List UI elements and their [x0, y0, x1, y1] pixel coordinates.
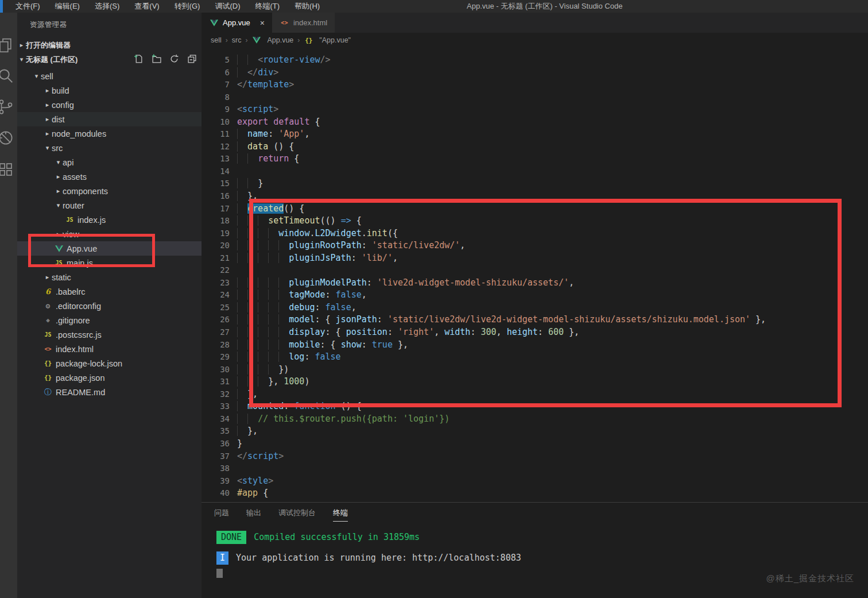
tree-item-components[interactable]: ▸components [17, 184, 202, 198]
breadcrumb[interactable]: sell›src›App.vue›{}"App.vue" [202, 33, 868, 48]
workspace-section[interactable]: ▾ 无标题 (工作区) [17, 52, 202, 67]
breadcrumb-item[interactable]: sell [211, 36, 222, 44]
line-number: 9 [202, 103, 230, 116]
tab-index-html[interactable]: <>index.html [272, 13, 335, 33]
panel-tab-bar: 问题输出调试控制台终端 [202, 503, 868, 522]
chevron-right-icon: ▸ [54, 173, 63, 180]
tree-item-build[interactable]: ▸build [17, 83, 202, 98]
code-line-5[interactable]: 5 <router-view/> [202, 54, 868, 67]
panel-tab-inactive[interactable]: 调试控制台 [278, 508, 316, 522]
tree-item-router[interactable]: ▾router [17, 198, 202, 213]
tab-app-vue[interactable]: App.vue× [202, 13, 272, 33]
tree-item-label: api [63, 158, 73, 167]
menu-item[interactable]: 调试(D) [207, 0, 247, 13]
terminal-badge-done: DONE [216, 531, 246, 544]
breadcrumb-item[interactable]: src [232, 36, 242, 44]
menu-item[interactable]: 帮助(H) [287, 0, 327, 13]
code-line-14[interactable]: 14 [202, 165, 868, 178]
open-editors-section[interactable]: ▸ 打开的编辑器 [17, 38, 202, 52]
menu-item[interactable]: 文件(F) [8, 0, 48, 13]
breadcrumb-item[interactable]: {}"App.vue" [304, 36, 351, 45]
breadcrumb-item-label: sell [211, 36, 222, 44]
source-control-icon[interactable] [0, 98, 14, 115]
code-line-40[interactable]: 40#app { [202, 487, 868, 500]
gear-file-icon: ⚙ [43, 302, 53, 311]
panel-tab-active[interactable]: 终端 [333, 508, 348, 522]
tree-item-.editorconfig[interactable]: ⚙.editorconfig [17, 299, 202, 313]
code-line-39[interactable]: 39<style> [202, 475, 868, 488]
code-line-36[interactable]: 36} [202, 438, 868, 450]
tree-item-package-lock.json[interactable]: {}package-lock.json [17, 356, 202, 371]
breadcrumb-item[interactable]: App.vue [251, 36, 293, 45]
breadcrumb-separator-icon: › [241, 36, 251, 44]
code-line-38[interactable]: 38 [202, 462, 868, 475]
collapse-all-icon[interactable] [187, 54, 197, 65]
tree-item-label: dist [52, 115, 65, 124]
tree-item-.babelrc[interactable]: 6.babelrc [17, 284, 202, 299]
panel-tab-inactive[interactable]: 问题 [214, 508, 229, 522]
menu-item[interactable]: 编辑(E) [48, 0, 87, 13]
tree-item-.gitignore[interactable]: ◆.gitignore [17, 313, 202, 327]
tree-item-assets[interactable]: ▸assets [17, 169, 202, 184]
line-number: 33 [202, 400, 230, 413]
code-line-8[interactable]: 8 [202, 91, 868, 104]
code-line-text: </script> [237, 450, 284, 463]
tree-item-sell[interactable]: ▾sell [17, 69, 202, 83]
code-line-6[interactable]: 6 </div> [202, 67, 868, 79]
extensions-icon[interactable] [0, 161, 14, 178]
code-line-10[interactable]: 10export default { [202, 116, 868, 129]
line-number: 21 [202, 252, 230, 265]
line-number: 12 [202, 141, 230, 153]
tree-item-label: index.html [56, 345, 94, 354]
refresh-icon[interactable] [169, 54, 179, 65]
tree-item-readme.md[interactable]: ⓘREADME.md [17, 385, 202, 399]
tree-item-static[interactable]: ▸static [17, 270, 202, 284]
tree-item-.postcssrc.js[interactable]: JS.postcssrc.js [17, 327, 202, 342]
code-line-34[interactable]: 34 // this.$router.push({path: 'login'}) [202, 413, 868, 426]
terminal-output[interactable]: DONECompiled successfully in 31859msIYou… [202, 531, 868, 578]
tree-item-src[interactable]: ▾src [17, 141, 202, 155]
code-line-15[interactable]: 15 } [202, 178, 868, 190]
chevron-right-icon: ▸ [43, 101, 52, 109]
menu-item[interactable]: 终端(T) [247, 0, 287, 13]
tab-label: index.html [293, 18, 327, 27]
code-line-35[interactable]: 35 }, [202, 425, 868, 438]
close-icon[interactable]: × [260, 18, 265, 28]
tree-item-nodemodules[interactable]: ▸node_modules [17, 126, 202, 141]
menu-item[interactable]: 转到(G) [167, 0, 208, 13]
new-file-icon[interactable] [134, 54, 144, 65]
new-folder-icon[interactable] [152, 54, 161, 65]
tree-item-package.json[interactable]: {}package.json [17, 371, 202, 385]
search-icon[interactable] [0, 67, 14, 84]
menu-item[interactable]: 查看(V) [127, 0, 166, 13]
code-line-text: #app { [237, 487, 268, 500]
tree-item-dist[interactable]: ▸dist [17, 112, 202, 126]
open-editors-label: 打开的编辑器 [26, 40, 71, 51]
breadcrumb-separator-icon: › [293, 36, 304, 44]
code-line-12[interactable]: 12 data () { [202, 141, 868, 153]
tree-item-index.js[interactable]: JSindex.js [17, 213, 202, 227]
code-line-9[interactable]: 9<script> [202, 103, 868, 116]
chevron-down-icon: ▾ [54, 202, 63, 209]
code-line-text: } [237, 438, 242, 450]
panel-tab-inactive[interactable]: 输出 [246, 508, 261, 522]
code-line-37[interactable]: 37</script> [202, 450, 868, 463]
line-number: 25 [202, 302, 230, 314]
menu-bar: 文件(F)编辑(E)选择(S)查看(V)转到(G)调试(D)终端(T)帮助(H) [8, 0, 327, 13]
terminal-message: Your application is running here: http:/… [236, 553, 521, 563]
tree-item-index.html[interactable]: <>index.html [17, 342, 202, 356]
code-line-13[interactable]: 13 return { [202, 153, 868, 165]
menu-item[interactable]: 选择(S) [87, 0, 127, 13]
code-line-text: <router-view/> [237, 54, 331, 67]
tree-item-config[interactable]: ▸config [17, 98, 202, 112]
explorer-icon[interactable] [0, 37, 14, 54]
code-line-7[interactable]: 7</template> [202, 79, 868, 91]
code-line-11[interactable]: 11 name: 'App', [202, 128, 868, 141]
line-number: 22 [202, 264, 230, 277]
json-file-icon: {} [304, 36, 313, 45]
tree-item-label: .babelrc [56, 287, 86, 296]
debug-icon[interactable] [0, 129, 14, 146]
vscode-logo-icon [0, 0, 3, 13]
tree-item-api[interactable]: ▾api [17, 155, 202, 169]
chevron-right-icon: ▸ [54, 187, 63, 195]
